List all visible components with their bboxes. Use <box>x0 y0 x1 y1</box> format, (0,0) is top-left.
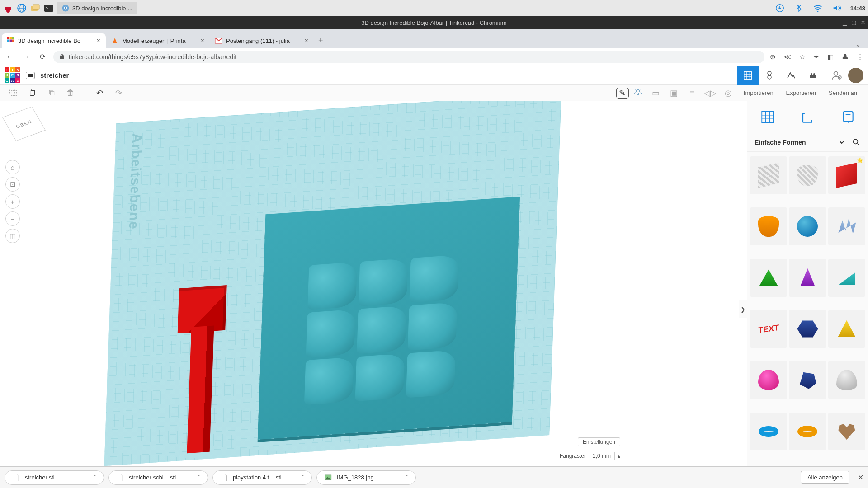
tab-close-icon[interactable]: × <box>305 37 308 44</box>
notes-tool-icon[interactable] <box>841 110 855 124</box>
grid-settings-button[interactable]: Einstellungen <box>578 437 620 446</box>
duplicate-button[interactable]: ⧉ <box>42 86 61 100</box>
bookmark-icon[interactable]: ☆ <box>799 53 805 61</box>
cruise-button[interactable]: ◎ <box>719 86 737 100</box>
browser-tab-active[interactable]: 3D design Incredible Bo × <box>2 33 106 48</box>
ruler-tool-icon[interactable] <box>800 109 816 125</box>
paste-button[interactable]: 📋︎ <box>24 86 42 100</box>
back-button[interactable]: ← <box>5 52 15 62</box>
shape-roof[interactable] <box>750 259 787 297</box>
chevron-up-icon[interactable]: ˄ <box>94 474 96 481</box>
canvas-3d[interactable]: Arbeitsebene OBEN ⌂ ⊡ + − ◫ Einstellunge… <box>0 101 747 466</box>
shape-torus[interactable] <box>750 413 787 450</box>
show-all-downloads-button[interactable]: Alle anzeigen <box>801 471 849 484</box>
download-item[interactable]: playstation 4 t....stl ˄ <box>212 470 312 485</box>
model-plate[interactable] <box>258 197 520 440</box>
tinkercad-logo[interactable]: TIN KER CAD <box>5 67 20 83</box>
shape-box-hole[interactable] <box>750 156 787 194</box>
send-to-button[interactable]: Senden an <box>822 85 863 101</box>
side-panel-icon[interactable]: ◧ <box>827 53 834 61</box>
avatar[interactable] <box>848 68 863 83</box>
globe-icon[interactable] <box>16 3 27 14</box>
notes-toggle[interactable]: ✎ <box>616 88 629 99</box>
terminal-icon[interactable]: >_ <box>43 3 54 14</box>
shape-tube[interactable] <box>789 413 826 450</box>
workplane-tool-icon[interactable] <box>760 109 775 125</box>
download-item[interactable]: streicher schl....stl ˄ <box>108 470 208 485</box>
shape-polygon[interactable] <box>789 361 826 399</box>
shape-wedge[interactable] <box>828 259 865 297</box>
tab-simlab[interactable] <box>759 66 780 85</box>
files-icon[interactable] <box>30 3 41 14</box>
shape-paraboloid[interactable] <box>750 361 787 399</box>
chevron-up-icon[interactable]: ˄ <box>406 474 408 481</box>
download-item[interactable]: IMG_1828.jpg ˄ <box>316 470 416 485</box>
close-shelf-icon[interactable]: ✕ <box>858 473 863 482</box>
shape-text[interactable]: TEXT <box>750 310 787 348</box>
snap-value[interactable]: 1,0 mm <box>589 452 615 460</box>
browser-tab[interactable]: Modell erzeugen | Printa × <box>106 33 210 48</box>
clock[interactable]: 14:48 <box>850 5 865 12</box>
shape-cylinder-hole[interactable] <box>789 156 826 194</box>
browser-tab[interactable]: Posteingang (111) - julia × <box>210 33 314 48</box>
download-tray-icon[interactable] <box>774 3 785 14</box>
align-button[interactable]: ≡ <box>683 86 701 100</box>
panel-collapse-toggle[interactable]: ❯ <box>739 300 747 318</box>
view-cube[interactable]: OBEN <box>2 107 46 141</box>
profile-icon[interactable]: 👤︎ <box>842 53 849 61</box>
taskbar-app-chromium[interactable]: 3D design Incredible ... <box>57 2 137 14</box>
chevron-up-icon[interactable]: ▴ <box>618 453 620 459</box>
tab-bricks[interactable] <box>802 66 824 85</box>
install-app-icon[interactable]: ⊕ <box>770 53 776 61</box>
undo-button[interactable]: ↶ <box>90 86 108 100</box>
zoom-in-button[interactable]: + <box>5 194 20 209</box>
shape-category-select[interactable]: Einfache Formen <box>753 138 845 146</box>
forward-button[interactable]: → <box>21 52 32 62</box>
project-name[interactable]: streicher <box>40 71 69 79</box>
address-bar[interactable]: 🔒︎ tinkercad.com/things/e5s7y8ypiow-incr… <box>53 51 764 63</box>
sound-icon[interactable] <box>831 3 842 14</box>
shape-pyramid[interactable] <box>828 310 865 348</box>
shape-box[interactable]: ⭐ <box>828 156 865 194</box>
shape-cone[interactable] <box>789 259 826 297</box>
new-tab-button[interactable]: + <box>314 33 328 48</box>
redo-button[interactable]: ↷ <box>109 86 127 100</box>
chevron-up-icon[interactable]: ˄ <box>198 474 200 481</box>
shape-heart[interactable] <box>828 413 865 450</box>
shape-hexagon[interactable] <box>789 310 826 348</box>
visibility-toggle[interactable]: 💡︎ <box>629 86 647 100</box>
window-maximize-icon[interactable]: ▢ <box>851 19 856 26</box>
wifi-icon[interactable] <box>812 3 823 14</box>
shape-scribble[interactable] <box>828 207 865 245</box>
tab-3d-design[interactable] <box>737 66 759 85</box>
download-item[interactable]: streicher.stl ˄ <box>5 470 104 485</box>
shape-sphere[interactable] <box>789 207 826 245</box>
window-close-icon[interactable]: ✕ <box>861 19 865 26</box>
export-button[interactable]: Exportieren <box>780 85 822 101</box>
bluetooth-icon[interactable] <box>793 3 804 14</box>
shape-cylinder[interactable] <box>750 207 787 245</box>
group-button[interactable]: ▭ <box>647 86 665 100</box>
raspberry-icon[interactable] <box>3 3 14 14</box>
share-icon[interactable]: ≪ <box>784 53 791 61</box>
shape-half-sphere[interactable] <box>828 361 865 399</box>
tab-close-icon[interactable]: × <box>201 37 204 44</box>
home-view-button[interactable]: ⌂ <box>5 160 20 174</box>
chevron-up-icon[interactable]: ˄ <box>302 474 304 481</box>
extensions-icon[interactable]: ✦ <box>813 53 819 61</box>
window-minimize-icon[interactable]: ▁ <box>843 19 847 26</box>
tab-overflow-icon[interactable]: ⌄ <box>850 41 866 48</box>
invite-icon[interactable] <box>830 69 844 82</box>
delete-button[interactable]: 🗑︎ <box>61 86 80 100</box>
menu-icon[interactable]: ⋮ <box>857 53 863 61</box>
reload-button[interactable]: ⟳ <box>37 52 48 62</box>
ortho-toggle-button[interactable]: ◫ <box>5 229 20 243</box>
zoom-out-button[interactable]: − <box>5 211 20 226</box>
import-button[interactable]: Importieren <box>737 85 780 101</box>
copy-button[interactable]: ⿻ <box>5 86 23 100</box>
fit-view-button[interactable]: ⊡ <box>5 177 20 192</box>
model-hammer[interactable] <box>169 285 234 455</box>
tab-minecraft[interactable] <box>780 66 802 85</box>
hamburger-icon[interactable] <box>26 72 35 79</box>
mirror-button[interactable]: ◁▷ <box>701 86 719 100</box>
